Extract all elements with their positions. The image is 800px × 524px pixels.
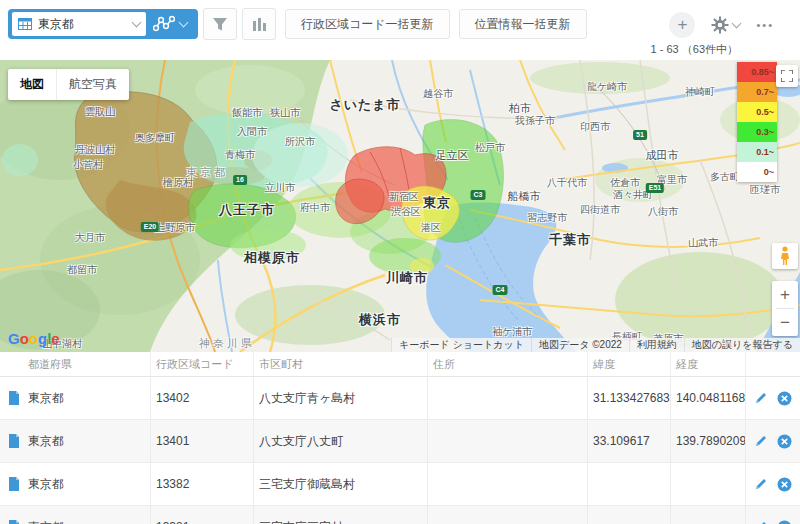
cell-prefecture: 東京都 — [28, 420, 150, 462]
map-place-label: 袖ケ浦市 — [492, 325, 532, 339]
top-toolbar: 東京都 — [0, 0, 800, 60]
cell-address — [427, 420, 587, 462]
filter-funnel-icon — [212, 17, 228, 32]
col-header-address: 住所 — [427, 352, 587, 376]
map-place-label: 飯能市 — [232, 106, 262, 120]
remove-location-button[interactable] — [777, 434, 792, 449]
cell-longitude — [670, 506, 745, 524]
app-window: 東京都 — [0, 0, 800, 524]
more-options-button[interactable]: ••• — [756, 19, 774, 31]
zoom-in-button[interactable]: + — [772, 281, 798, 308]
zoom-out-button[interactable]: − — [772, 309, 798, 336]
map-place-label: 川崎市 — [386, 269, 428, 287]
pencil-icon — [754, 391, 768, 405]
map-place-label: 多古町 — [710, 170, 740, 184]
fullscreen-button[interactable] — [776, 65, 798, 87]
cell-admin-code: 13382 — [150, 463, 253, 505]
col-header-actions — [745, 352, 800, 376]
pencil-icon — [754, 477, 768, 491]
map-place-label: 神奈川県 — [199, 336, 255, 351]
filter-button[interactable] — [203, 8, 237, 40]
table-row: 東京都 13381 三宅支庁三宅村 — [0, 506, 800, 524]
cell-prefecture: 東京都 — [28, 377, 150, 419]
street-view-pegman[interactable] — [772, 243, 798, 269]
records-table: 都道府県 行政区域コード 市区町村 住所 緯度 経度 東京都 13 — [0, 352, 800, 524]
map-place-label: 雲取山 — [85, 105, 115, 119]
map-place-label: 船橋市 — [508, 189, 541, 204]
remove-location-button[interactable] — [777, 520, 792, 524]
cell-municipality: 三宅支庁御蔵島村 — [253, 463, 427, 505]
map-place-label: 匝瑳市 — [750, 183, 780, 197]
record-document-icon[interactable] — [8, 520, 20, 524]
legend-row: 0.1~ — [737, 142, 777, 162]
bulk-update-code-button[interactable]: 行政区域コード一括更新 — [285, 9, 450, 39]
record-count: 1 - 63 （63件中） — [651, 42, 738, 57]
map-place-label: 習志野市 — [527, 211, 567, 225]
pegman-icon — [779, 246, 791, 266]
zoom-control: + − — [772, 281, 798, 336]
chevron-down-icon — [132, 18, 142, 28]
map-view-button[interactable] — [146, 15, 194, 33]
edit-record-button[interactable] — [754, 477, 768, 491]
attribution-link[interactable]: 地図の誤りを報告する — [684, 338, 800, 352]
scatter-chart-icon — [153, 15, 175, 33]
map-place-label: 丹波山村 — [75, 143, 115, 157]
attribution-link[interactable]: 利用規約 — [629, 338, 684, 352]
map-place-label: さいたま市 — [329, 96, 400, 114]
edit-record-button[interactable] — [754, 434, 768, 448]
edit-record-button[interactable] — [754, 391, 768, 405]
attribution-link[interactable]: 地図データ ©2022 — [531, 338, 629, 352]
map-place-label: 四街道市 — [580, 203, 620, 217]
map-place-label: 龍ケ崎市 — [587, 80, 627, 94]
map-place-label: 港区 — [421, 221, 441, 235]
settings-button[interactable] — [711, 16, 740, 34]
map-place-label: 入間市 — [237, 125, 267, 139]
view-switcher-group: 東京都 — [8, 9, 198, 39]
attribution-link[interactable]: キーボード ショートカット — [391, 338, 531, 352]
map-place-label: 横浜市 — [359, 311, 401, 329]
chart-button[interactable] — [242, 8, 276, 40]
bar-chart-icon — [252, 17, 267, 32]
map-place-label: 府中市 — [300, 201, 330, 215]
map-place-label: 小菅村 — [73, 158, 103, 172]
route-shield: E20 — [141, 222, 159, 232]
bulk-update-location-button[interactable]: 位置情報一括更新 — [459, 9, 587, 39]
map-place-label: 越谷市 — [423, 87, 453, 101]
map-place-label: 相模原市 — [244, 249, 300, 267]
map-canvas[interactable]: 雲取山 奥多摩町 丹波山村 小菅村 檜原村 東京都 青梅市 飯能市 狭山市 入間… — [0, 60, 800, 352]
map-place-label: 成田市 — [646, 148, 679, 163]
gear-icon — [711, 16, 729, 34]
legend-row: 0.7~ — [737, 82, 777, 102]
cell-latitude — [587, 506, 670, 524]
map-type-satellite-button[interactable]: 航空写真 — [56, 69, 129, 100]
pencil-icon — [754, 520, 768, 524]
map-type-control: 地図 航空写真 — [8, 69, 129, 100]
record-document-icon[interactable] — [8, 434, 20, 448]
view-select[interactable]: 東京都 — [12, 12, 146, 36]
cell-address — [427, 463, 587, 505]
map-place-label: 千葉市 — [549, 231, 591, 249]
table-row: 東京都 13382 三宅支庁御蔵島村 — [0, 463, 800, 506]
cell-latitude: 33.109617 — [587, 420, 670, 462]
table-row: 東京都 13402 八丈支庁青ヶ島村 31.133427683… 140.048… — [0, 377, 800, 420]
route-shield: 51 — [633, 130, 647, 140]
pencil-icon — [754, 434, 768, 448]
chevron-down-icon — [732, 19, 742, 29]
map-attribution: キーボード ショートカット地図データ ©2022利用規約地図の誤りを報告する — [391, 338, 800, 352]
record-document-icon[interactable] — [8, 391, 20, 405]
google-logo-letter: e — [51, 330, 59, 347]
map-place-label: 東京 — [423, 194, 451, 212]
fullscreen-icon — [781, 70, 793, 82]
table-header-row: 都道府県 行政区域コード 市区町村 住所 緯度 経度 — [0, 352, 800, 377]
record-document-icon[interactable] — [8, 477, 20, 491]
col-header-admin-code: 行政区域コード — [150, 352, 253, 376]
map-place-label: 渋谷区 — [391, 205, 421, 219]
map-type-map-button[interactable]: 地図 — [8, 69, 56, 100]
remove-location-button[interactable] — [777, 477, 792, 492]
edit-record-button[interactable] — [754, 520, 768, 524]
map-place-label: 松戸市 — [475, 141, 505, 155]
circle-x-icon — [777, 434, 792, 449]
map-place-label: 八街市 — [648, 205, 678, 219]
add-record-button[interactable]: + — [669, 12, 695, 38]
remove-location-button[interactable] — [777, 391, 792, 406]
